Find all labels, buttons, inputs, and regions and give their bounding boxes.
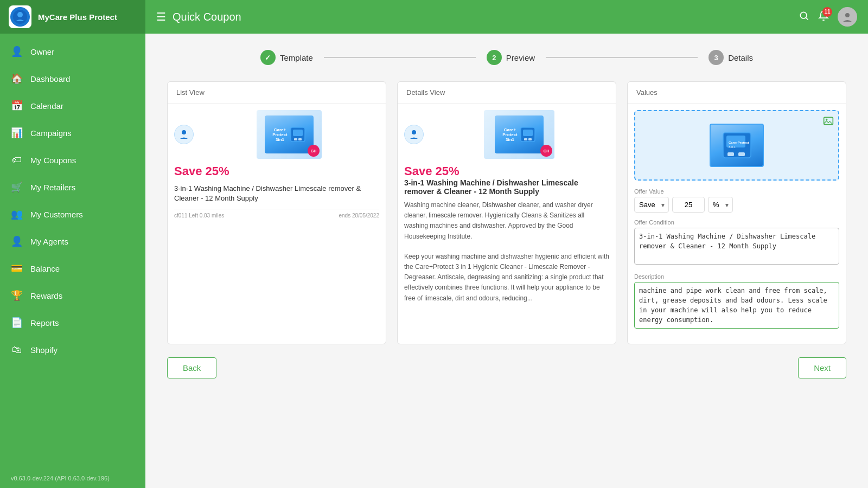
topbar: ☰ Quick Coupon 11 bbox=[145, 0, 868, 34]
save-select-wrapper: Save Get Off ▼ bbox=[634, 197, 669, 213]
svg-text:Care+Protect: Care+Protect bbox=[729, 141, 749, 144]
sidebar-item-rewards[interactable]: 🏆 Rewards bbox=[0, 282, 145, 309]
my-retailers-icon: 🛒 bbox=[11, 181, 23, 193]
svg-rect-10 bbox=[294, 138, 297, 140]
sidebar-item-balance[interactable]: 💳 Balance bbox=[0, 255, 145, 282]
sidebar-item-calendar[interactable]: 📅 Calendar bbox=[0, 92, 145, 119]
detail-product-title: 3-in-1 Washing Machine / Dishwasher Lime… bbox=[404, 178, 609, 196]
description-textarea[interactable] bbox=[634, 282, 839, 329]
uploaded-product-image: Care+Protect 3-in-1 bbox=[710, 124, 764, 167]
sidebar-item-my-retailers[interactable]: 🛒 My Retailers bbox=[0, 174, 145, 201]
sidebar-item-dashboard[interactable]: 🏠 Dashboard bbox=[0, 65, 145, 92]
sidebar-item-owner[interactable]: 👤 Owner bbox=[0, 38, 145, 65]
my-agents-icon: 👤 bbox=[11, 235, 23, 247]
image-upload-area[interactable]: Care+Protect 3-in-1 bbox=[634, 110, 839, 181]
svg-rect-16 bbox=[524, 138, 527, 140]
topbar-icons: 11 bbox=[799, 7, 857, 27]
sidebar: MyCare Plus Protect 👤 Owner 🏠 Dashboard … bbox=[0, 0, 145, 488]
menu-icon[interactable]: ☰ bbox=[156, 10, 166, 23]
sidebar-item-label-my-customers: My Customers bbox=[30, 210, 83, 219]
percent-select-wrapper: % $ £ ▼ bbox=[708, 197, 733, 213]
svg-point-7 bbox=[182, 130, 186, 134]
campaigns-icon: 📊 bbox=[11, 127, 23, 139]
app-name: MyCare Plus Protect bbox=[38, 12, 117, 22]
notification-button[interactable]: 11 bbox=[818, 10, 829, 24]
owner-icon: 👤 bbox=[11, 46, 23, 57]
image-icon bbox=[823, 115, 834, 129]
product-meta: cf011 Left 0.03 miles ends 28/05/2022 bbox=[174, 209, 379, 219]
brand-logo-detail bbox=[404, 125, 424, 144]
sidebar-item-label-campaigns: Campaigns bbox=[30, 129, 72, 138]
svg-text:3-in-1: 3-in-1 bbox=[729, 145, 736, 149]
svg-point-2 bbox=[800, 12, 807, 18]
svg-rect-17 bbox=[528, 138, 532, 140]
details-view-header: Details View bbox=[398, 82, 616, 104]
save-select[interactable]: Save Get Off bbox=[634, 197, 669, 213]
list-view-card: List View bbox=[167, 81, 386, 344]
step-2-circle: 2 bbox=[487, 50, 502, 65]
shopify-icon: 🛍 bbox=[11, 344, 23, 356]
product-image-list: Care+Protect3in1 GH bbox=[257, 110, 322, 159]
sidebar-item-label-my-agents: My Agents bbox=[30, 237, 68, 246]
search-button[interactable] bbox=[799, 10, 809, 24]
svg-point-1 bbox=[17, 12, 23, 17]
list-save-text: Save 25% bbox=[174, 164, 379, 178]
offer-value-label: Offer Value bbox=[634, 188, 839, 195]
svg-point-13 bbox=[412, 130, 416, 134]
brand-logo-list bbox=[174, 125, 194, 144]
user-avatar[interactable] bbox=[838, 7, 857, 27]
sidebar-header: MyCare Plus Protect bbox=[0, 0, 145, 34]
sidebar-item-label-calendar: Calendar bbox=[30, 101, 63, 111]
sidebar-item-label-balance: Balance bbox=[30, 264, 60, 273]
offer-condition-textarea[interactable] bbox=[634, 228, 839, 265]
list-product-title: 3-in-1 Washing Machine / Dishwasher Lime… bbox=[174, 184, 379, 203]
step-1-label: Template bbox=[280, 53, 313, 62]
reports-icon: 📄 bbox=[11, 317, 23, 329]
calendar-icon: 📅 bbox=[11, 100, 23, 112]
sidebar-item-reports[interactable]: 📄 Reports bbox=[0, 309, 145, 336]
nav-buttons: Back Next bbox=[167, 357, 846, 384]
stepper: ✓ Template 2 Preview 3 Details bbox=[167, 50, 846, 65]
sidebar-item-campaigns[interactable]: 📊 Campaigns bbox=[0, 119, 145, 146]
rewards-icon: 🏆 bbox=[11, 290, 23, 301]
ghs-seal: GH bbox=[308, 145, 320, 157]
percent-select[interactable]: % $ £ bbox=[708, 197, 733, 213]
svg-point-5 bbox=[845, 13, 850, 17]
list-view-header: List View bbox=[168, 82, 386, 104]
detail-description-1: Washing machine cleaner, Dishwasher clea… bbox=[404, 200, 609, 242]
notification-count: 11 bbox=[822, 7, 832, 17]
content-area: ✓ Template 2 Preview 3 Details List View bbox=[145, 34, 868, 488]
balance-icon: 💳 bbox=[11, 262, 23, 274]
detail-save-text: Save 25% bbox=[404, 164, 609, 178]
sidebar-item-shopify[interactable]: 🛍 Shopify bbox=[0, 336, 145, 363]
sidebar-item-my-agents[interactable]: 👤 My Agents bbox=[0, 228, 145, 255]
sidebar-item-my-coupons[interactable]: 🏷 My Coupons bbox=[0, 146, 145, 174]
svg-line-3 bbox=[806, 17, 808, 20]
svg-rect-11 bbox=[298, 138, 302, 140]
offer-condition-group: Offer Condition bbox=[634, 219, 839, 267]
description-group: Description bbox=[634, 273, 839, 331]
app-logo bbox=[9, 5, 31, 28]
sidebar-item-my-customers[interactable]: 👥 My Customers bbox=[0, 201, 145, 228]
next-button[interactable]: Next bbox=[798, 357, 846, 378]
step-template: ✓ Template bbox=[260, 50, 313, 65]
sidebar-item-label-my-coupons: My Coupons bbox=[30, 156, 76, 165]
back-button[interactable]: Back bbox=[167, 357, 216, 378]
svg-rect-15 bbox=[523, 130, 533, 136]
values-header: Values bbox=[628, 82, 846, 104]
sidebar-item-label-owner: Owner bbox=[30, 47, 54, 56]
sidebar-item-label-rewards: Rewards bbox=[30, 291, 62, 300]
svg-rect-9 bbox=[293, 130, 303, 136]
step-2-label: Preview bbox=[506, 53, 535, 62]
step-line-1 bbox=[324, 57, 476, 58]
amount-input[interactable] bbox=[672, 197, 705, 213]
sidebar-item-label-reports: Reports bbox=[30, 318, 59, 328]
offer-condition-label: Offer Condition bbox=[634, 219, 839, 226]
step-preview: 2 Preview bbox=[487, 50, 535, 65]
detail-description-2: Keep your washing machine and dishwasher… bbox=[404, 252, 609, 304]
sidebar-item-label-dashboard: Dashboard bbox=[30, 74, 70, 84]
product-image-detail: Care+Protect3in1 GH bbox=[484, 110, 554, 159]
ghs-seal-detail: GH bbox=[540, 145, 552, 157]
offer-value-group: Offer Value Save Get Off ▼ bbox=[634, 188, 839, 213]
step-1-circle: ✓ bbox=[260, 50, 276, 65]
